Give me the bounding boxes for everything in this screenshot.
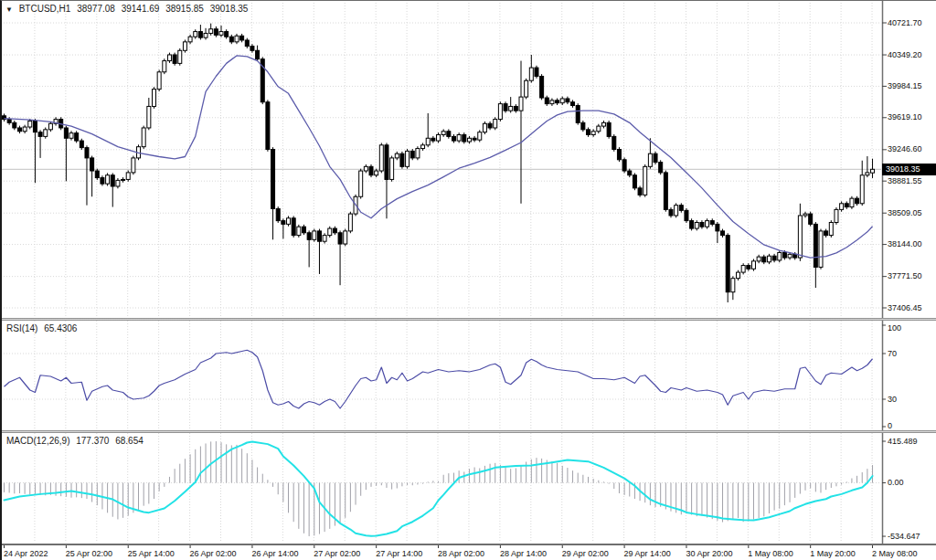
price-axis-label: 37771.50 (888, 271, 922, 281)
rsi-axis-label: 0 (888, 421, 892, 431)
macd-signal-value: 68.654 (115, 436, 144, 446)
time-axis-label: 29 Apr 02:00 (562, 549, 609, 558)
rsi-current-value: 65.4306 (44, 323, 77, 333)
chart-canvas[interactable] (2, 1, 936, 560)
rsi-indicator-title: RSI(14) 65.4306 (6, 323, 80, 333)
time-axis-separator (2, 544, 936, 545)
time-axis-label: 30 Apr 20:00 (686, 549, 732, 558)
time-axis-label: 1 May 20:00 (810, 549, 856, 558)
price-axis-label: 39984.15 (888, 81, 922, 91)
time-axis-label: 25 Apr 02:00 (66, 549, 112, 558)
current-price-tag: 39018.35 (882, 164, 936, 175)
time-axis-label: 29 Apr 14:00 (624, 549, 671, 558)
time-axis-label: 26 Apr 02:00 (190, 549, 237, 558)
time-axis-label: 28 Apr 14:00 (500, 549, 547, 558)
macd-label: MACD(12,26,9) (6, 436, 69, 446)
ohlc-low: 38915.85 (165, 4, 204, 14)
symbol-marker-icon: ▼ (5, 5, 13, 14)
price-axis-label: 40349.20 (888, 50, 922, 60)
price-axis-label: 37406.45 (888, 303, 922, 313)
symbol-period-label: BTCUSD,H1 (19, 4, 71, 14)
ohlc-close: 39018.35 (210, 4, 249, 14)
chart-header: ▼ BTCUSD,H1 38977.08 39141.69 38915.85 3… (5, 4, 251, 14)
time-axis-label: 27 Apr 02:00 (314, 549, 360, 558)
macd-axis-label: 0.00 (888, 478, 904, 488)
price-axis-label: 38881.55 (888, 176, 922, 186)
macd-axis-label: -534.647 (888, 532, 920, 542)
time-axis-label: 1 May 08:00 (748, 549, 793, 558)
time-axis-label: 24 Apr 2022 (4, 549, 48, 558)
ohlc-high: 39141.69 (122, 4, 160, 14)
macd-main-value: 177.370 (76, 436, 109, 446)
time-axis-label: 28 Apr 02:00 (438, 549, 484, 558)
rsi-axis-label: 70 (888, 349, 897, 359)
panel-separator[interactable] (2, 430, 936, 433)
rsi-label: RSI(14) (6, 323, 37, 333)
rsi-axis-label: 30 (888, 395, 897, 405)
time-axis-label: 26 Apr 14:00 (251, 549, 298, 558)
price-axis-label: 39619.10 (888, 112, 922, 122)
price-axis-label: 38509.05 (888, 208, 922, 218)
time-axis-label: 27 Apr 14:00 (376, 549, 422, 558)
macd-axis-label: 415.489 (888, 437, 918, 447)
macd-indicator-title: MACD(12,26,9) 177.370 68.654 (6, 436, 147, 446)
price-axis-label: 40721.70 (888, 18, 922, 28)
price-axis-label: 38144.00 (888, 239, 922, 249)
time-axis-label: 25 Apr 14:00 (128, 549, 175, 558)
chart-window: ▼ BTCUSD,H1 38977.08 39141.69 38915.85 3… (0, 0, 936, 560)
time-axis-label: 2 May 08:00 (872, 549, 918, 558)
price-axis-label: 39246.60 (888, 144, 922, 154)
rsi-axis-label: 100 (888, 323, 901, 333)
ohlc-open: 38977.08 (77, 4, 115, 14)
panel-separator[interactable] (2, 318, 936, 321)
